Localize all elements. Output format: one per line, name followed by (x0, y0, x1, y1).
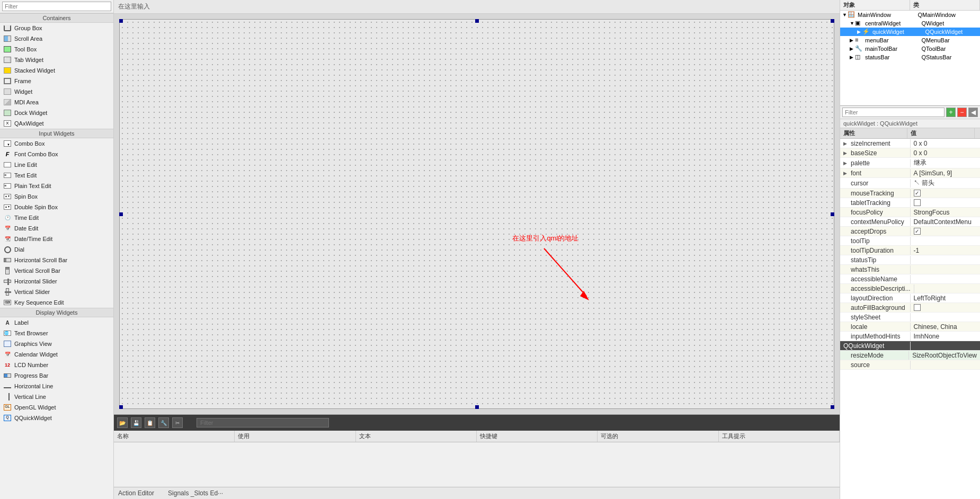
prop-value-cell-11[interactable]: -1 (911, 246, 981, 255)
widget-item-double-spin-box[interactable]: ▲▼Double Spin Box (0, 202, 113, 212)
prop-row-accessibledescripti___[interactable]: accessibleDescripti... (840, 284, 980, 293)
tree-row-quickwidget[interactable]: ▶⚡quickWidgetQQuickWidget (840, 28, 980, 36)
checkbox-unchecked-6[interactable] (914, 199, 921, 206)
tree-row-menubar[interactable]: ▶≡menuBarQMenuBar (840, 36, 980, 44)
prop-row-cursor[interactable]: cursor↖ 箭头 (840, 178, 980, 189)
widget-item-text-browser[interactable]: 🌐Text Browser (0, 328, 113, 338)
widget-item-label[interactable]: ALabel (0, 317, 113, 328)
prop-row-stylesheet[interactable]: styleSheet (840, 313, 980, 322)
prop-expand-2[interactable]: ▶ (843, 161, 849, 166)
widget-item-horizontal-line[interactable]: Horizontal Line (0, 381, 113, 391)
prop-row-palette[interactable]: ▶palette继承 (840, 158, 980, 168)
prop-value-cell-17[interactable] (911, 304, 981, 311)
toolbar-open-btn[interactable]: 📂 (117, 417, 128, 428)
prop-row-accessiblename[interactable]: accessibleName (840, 274, 980, 284)
widget-item-spin-box[interactable]: ▲▼Spin Box (0, 191, 113, 202)
prop-row-mousetracking[interactable]: mouseTracking✓ (840, 189, 980, 198)
prop-value-cell-7[interactable]: StrongFocus (911, 208, 981, 217)
prop-value-cell-5[interactable]: ✓ (911, 189, 981, 197)
prop-value-cell-23[interactable] (911, 364, 981, 366)
widget-item-tool-box[interactable]: Tool Box (0, 44, 113, 55)
widget-item-mdi-area[interactable]: MDI Area (0, 97, 113, 108)
tree-row-centralwidget[interactable]: ▼▣centralWidgetQWidget (840, 19, 980, 28)
prop-filter-input[interactable] (842, 108, 945, 117)
widget-item-vertical-line[interactable]: Vertical Line (0, 391, 113, 402)
prop-value-cell-19[interactable]: Chinese, China (911, 323, 981, 331)
prop-expand-3[interactable]: ▶ (843, 171, 849, 176)
widget-item-opengl-widget[interactable]: GLOpenGL Widget (0, 402, 113, 413)
widget-item-time-edit[interactable]: 🕐Time Edit (0, 212, 113, 223)
prop-row-autofillbackground[interactable]: autoFillBackground (840, 303, 980, 313)
widget-item-group-box[interactable]: Group Box (0, 23, 113, 33)
widget-filter-input[interactable] (2, 2, 111, 11)
widget-item-vertical-scroll-bar[interactable]: Vertical Scroll Bar (0, 265, 113, 276)
prop-row-resizemode[interactable]: resizeModeSizeRootObjectToView (840, 351, 980, 360)
prop-row-sizeincrement[interactable]: ▶sizeIncrement0 x 0 (840, 139, 980, 148)
widget-item-dial[interactable]: Dial (0, 244, 113, 255)
handle-top-mid[interactable] (475, 19, 479, 23)
prop-add-btn[interactable]: + (946, 108, 956, 117)
tree-arrow-centralwidget[interactable]: ▼ (850, 21, 855, 26)
prop-value-cell-12[interactable] (911, 260, 981, 261)
prop-row-source[interactable]: source (840, 360, 980, 370)
prop-value-cell-15[interactable] (914, 288, 980, 289)
prop-remove-btn[interactable]: − (957, 108, 967, 117)
widget-item-dock-widget[interactable]: Dock Widget (0, 108, 113, 118)
widget-item-date-edit[interactable]: 📅Date Edit (0, 223, 113, 234)
prop-row-inputmethodhints[interactable]: inputMethodHintsImhNone (840, 332, 980, 341)
tree-row-statusbar[interactable]: ▶◫statusBarQStatusBar (840, 53, 980, 61)
handle-bottom-right[interactable] (831, 405, 834, 409)
prop-value-cell-8[interactable]: DefaultContextMenu (911, 218, 981, 226)
prop-expand-0[interactable]: ▶ (843, 141, 849, 146)
toolbar-settings-btn[interactable]: 🔧 (158, 417, 169, 428)
prop-row-contextmenupolicy[interactable]: contextMenuPolicyDefaultContextMenu (840, 217, 980, 227)
handle-top-right[interactable] (831, 19, 834, 23)
prop-row-statustip[interactable]: statusTip (840, 255, 980, 265)
handle-bottom-left[interactable] (119, 405, 123, 409)
widget-item-key-sequence-edit[interactable]: ⌨Key Sequence Edit (0, 297, 113, 308)
prop-row-tablettracking[interactable]: tabletTracking (840, 198, 980, 208)
widget-item-qquickwidget[interactable]: QQQuickWidget (0, 413, 113, 423)
handle-mid-left[interactable] (119, 212, 123, 216)
widget-item-date/time-edit[interactable]: 📆Date/Time Edit (0, 234, 113, 244)
prop-row-whatsthis[interactable]: whatsThis (840, 265, 980, 274)
toolbar-cut-btn[interactable]: ✂ (172, 417, 183, 428)
widget-item-lcd-number[interactable]: 12LCD Number (0, 360, 113, 370)
prop-value-cell-9[interactable]: ✓ (911, 227, 981, 235)
prop-row-tooltipduration[interactable]: toolTipDuration-1 (840, 246, 980, 255)
toolbar-save-btn[interactable]: 💾 (131, 417, 141, 428)
prop-row-tooltip[interactable]: toolTip (840, 236, 980, 246)
handle-bottom-mid[interactable] (475, 405, 479, 409)
prop-value-cell-13[interactable] (911, 269, 981, 270)
prop-value-cell-22[interactable]: SizeRootObjectToView (909, 351, 980, 360)
prop-row-locale[interactable]: localeChinese, China (840, 322, 980, 332)
prop-row-font[interactable]: ▶fontA [SimSun, 9] (840, 168, 980, 178)
tree-arrow-statusbar[interactable]: ▶ (850, 55, 855, 60)
widget-item-horizontal-scroll-bar[interactable]: Horizontal Scroll Bar (0, 255, 113, 265)
prop-value-cell-14[interactable] (911, 279, 981, 280)
widget-item-stacked-widget[interactable]: Stacked Widget (0, 65, 113, 76)
widget-item-vertical-slider[interactable]: Vertical Slider (0, 287, 113, 297)
prop-value-cell-4[interactable]: ↖ 箭头 (911, 178, 981, 188)
prop-row-acceptdrops[interactable]: acceptDrops✓ (840, 227, 980, 236)
prop-row-layoutdirection[interactable]: layoutDirectionLeftToRight (840, 293, 980, 303)
widget-item-tab-widget[interactable]: ⬜Tab Widget (0, 55, 113, 65)
prop-value-cell-1[interactable]: 0 x 0 (911, 149, 981, 157)
prop-expand-1[interactable]: ▶ (843, 150, 849, 156)
prop-value-cell-6[interactable] (911, 199, 981, 207)
widget-item-qaxwidget[interactable]: XQAxWidget (0, 118, 113, 129)
prop-value-cell-3[interactable]: A [SimSun, 9] (911, 169, 981, 177)
widget-item-frame[interactable]: Frame (0, 76, 113, 86)
checkbox-checked-5[interactable]: ✓ (914, 190, 921, 197)
prop-value-cell-20[interactable]: ImhNone (911, 332, 981, 341)
handle-mid-right[interactable] (831, 212, 834, 216)
prop-row-focuspolicy[interactable]: focusPolicyStrongFocus (840, 208, 980, 217)
widget-item-horizontal-slider[interactable]: Horizontal Slider (0, 276, 113, 287)
widget-item-scroll-area[interactable]: Scroll Area (0, 33, 113, 44)
widget-item-progress-bar[interactable]: Progress Bar (0, 370, 113, 381)
prop-value-cell-18[interactable] (911, 317, 981, 318)
widget-item-combo-box[interactable]: ▼Combo Box (0, 138, 113, 149)
checkbox-unchecked-17[interactable] (914, 304, 921, 311)
handle-top-left[interactable] (119, 19, 123, 23)
prop-value-cell-10[interactable] (911, 240, 981, 242)
